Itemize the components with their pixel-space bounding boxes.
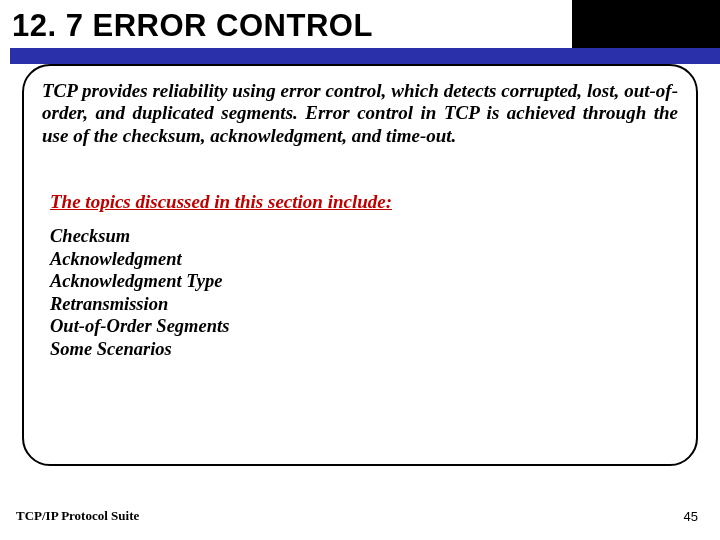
topic-item: Out-of-Order Segments xyxy=(50,315,678,338)
page-number: 45 xyxy=(684,509,698,524)
title-bar: 12. 7 ERROR CONTROL xyxy=(10,8,720,63)
footer-source: TCP/IP Protocol Suite xyxy=(16,508,139,524)
topics-heading: The topics discussed in this section inc… xyxy=(50,191,678,213)
topics-list: Checksum Acknowledgment Acknowledgment T… xyxy=(50,225,678,360)
topic-item: Retransmission xyxy=(50,293,678,316)
topic-item: Acknowledgment xyxy=(50,248,678,271)
topic-item: Acknowledgment Type xyxy=(50,270,678,293)
intro-paragraph: TCP provides reliability using error con… xyxy=(42,80,678,147)
title-underline xyxy=(10,48,720,64)
content-frame: TCP provides reliability using error con… xyxy=(22,64,698,466)
topic-item: Some Scenarios xyxy=(50,338,678,361)
topic-item: Checksum xyxy=(50,225,678,248)
